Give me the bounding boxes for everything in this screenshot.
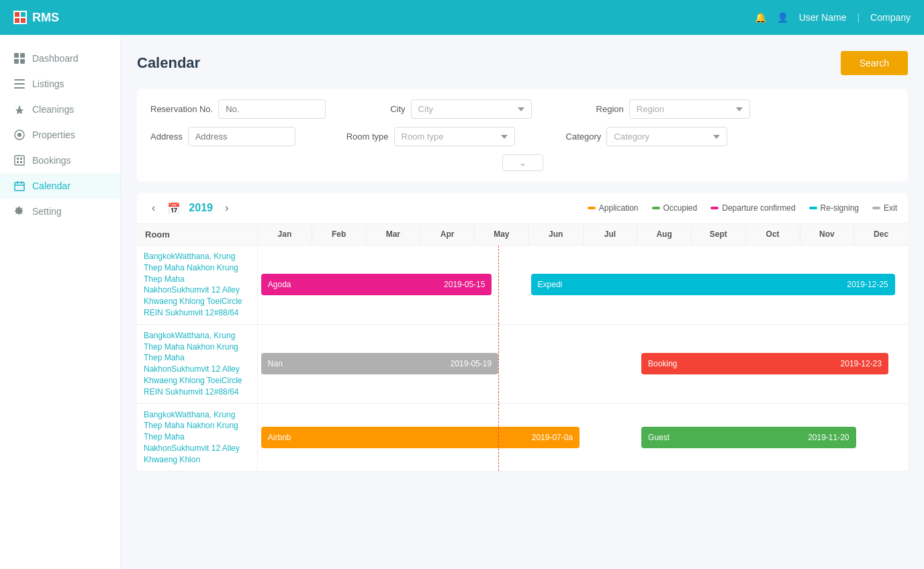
svg-rect-12 (20, 158, 22, 160)
table-row: BangkokWatthana, Krung Thep Maha Nakhon … (137, 404, 908, 472)
svg-rect-3 (20, 59, 25, 64)
brand-icon (13, 11, 27, 24)
legend-dot-resigning (809, 207, 817, 209)
city-select[interactable]: City (411, 99, 532, 119)
sidebar-item-cleanings[interactable]: Cleanings (0, 97, 120, 122)
legend-label-occupied: Occupied (663, 203, 698, 213)
prev-year-button[interactable]: ‹ (148, 201, 159, 215)
svg-rect-13 (20, 161, 22, 163)
room-type-select[interactable]: Room type (394, 127, 515, 146)
region-select[interactable]: Region (629, 99, 750, 119)
filter-city: City City (390, 99, 531, 119)
legend-dot-occupied (652, 207, 660, 209)
room-cell-3: BangkokWatthana, Krung Thep Maha Nakhon … (137, 404, 258, 471)
filter-address: Address (150, 127, 295, 146)
sidebar-item-properties[interactable]: Properties (0, 122, 120, 148)
sidebar-item-listings[interactable]: Listings (0, 71, 120, 97)
brand: RMS (13, 11, 59, 25)
booking-label-expedi: Expedi (538, 280, 563, 289)
sidebar-label-properties: Properties (32, 130, 75, 140)
sidebar-label-calendar: Calendar (32, 180, 71, 191)
sidebar-item-dashboard[interactable]: Dashboard (0, 46, 120, 71)
legend-occupied: Occupied (652, 203, 698, 213)
properties-icon (13, 129, 26, 141)
timeline-header: Room Jan Feb Mar Apr May Jun Jul Aug Sep… (137, 224, 908, 246)
month-jun: Jun (529, 224, 584, 245)
table-row: BangkokWatthana, Krung Thep Maha Nakhon … (137, 246, 908, 325)
month-sep: Sept (692, 224, 746, 245)
booking-bar-airbnb[interactable]: Airbnb 2019-07-0a (261, 427, 580, 448)
legend-departure: Departure confirmed (710, 203, 795, 213)
filter-category: Category Category (566, 127, 728, 146)
category-select[interactable]: Category (606, 127, 727, 146)
sidebar-item-calendar[interactable]: Calendar (0, 173, 120, 199)
legend: Application Occupied Departure confirmed… (588, 203, 897, 213)
sidebar-label-listings: Listings (32, 79, 64, 89)
month-aug: Aug (637, 224, 692, 245)
app-layout: Dashboard Listings Cleanings Properties (0, 35, 924, 569)
year-nav: ‹ 📅 2019 › Application Occupied Dep (137, 193, 908, 224)
main-content: Calendar Search Reservation No. City Cit… (121, 35, 924, 569)
room-type-label: Room type (346, 132, 389, 142)
month-nov: Nov (800, 224, 855, 245)
room-cell-1: BangkokWatthana, Krung Thep Maha Nakhon … (137, 246, 258, 324)
month-apr: Apr (420, 224, 475, 245)
booking-date-airbnb: 2019-07-0a (532, 433, 573, 442)
month-mar: Mar (367, 224, 421, 245)
sidebar-item-setting[interactable]: Setting (0, 199, 120, 224)
bookings-icon (13, 154, 26, 166)
notification-icon[interactable]: 🔔 (755, 12, 766, 23)
reservation-input[interactable] (218, 99, 326, 119)
booking-bar-booking[interactable]: Booking 2019-12-23 (641, 353, 888, 374)
setting-icon (13, 205, 26, 217)
filter-room-type: Room type Room type (346, 127, 515, 146)
booking-bar-guest[interactable]: Guest 2019-11-20 (641, 427, 856, 448)
dashboard-icon (13, 52, 26, 64)
address-input[interactable] (188, 127, 295, 146)
svg-rect-10 (17, 158, 19, 160)
booking-label-guest: Guest (648, 433, 669, 442)
page-title: Calendar (137, 54, 200, 72)
room-name-2[interactable]: BangkokWatthana, Krung Thep Maha Nakhon … (144, 330, 250, 398)
timeline-data-row-1: Agoda 2019-05-15 Expedi 2019-12-25 (258, 246, 908, 324)
username[interactable]: User Name (799, 12, 847, 23)
sidebar-label-setting: Setting (32, 206, 62, 217)
collapse-button[interactable]: ⌄ (502, 154, 543, 171)
booking-label-booking: Booking (648, 359, 677, 368)
address-label: Address (150, 132, 183, 142)
legend-exit: Exit (872, 203, 897, 213)
svg-rect-4 (14, 79, 25, 81)
city-label: City (390, 104, 405, 114)
legend-label-departure: Departure confirmed (722, 203, 795, 213)
month-jan: Jan (258, 224, 312, 245)
table-row: BangkokWatthana, Krung Thep Maha Nakhon … (137, 325, 908, 404)
booking-bar-agoda[interactable]: Agoda 2019-05-15 (261, 274, 492, 295)
today-line-3 (498, 404, 499, 471)
company-name[interactable]: Company (870, 12, 911, 23)
svg-rect-11 (17, 161, 19, 163)
navbar: RMS 🔔 👤 User Name | Company (0, 0, 924, 35)
cleanings-icon (13, 103, 26, 115)
search-button[interactable]: Search (841, 51, 908, 75)
today-line (498, 246, 499, 324)
svg-rect-6 (14, 87, 25, 89)
booking-bar-expedi[interactable]: Expedi 2019-12-25 (531, 274, 895, 295)
user-icon: 👤 (777, 12, 788, 23)
next-year-button[interactable]: › (221, 201, 232, 215)
booking-bar-nan[interactable]: Nan 2019-05-19 (261, 353, 498, 374)
room-name-3[interactable]: BangkokWatthana, Krung Thep Maha Nakhon … (144, 409, 250, 466)
legend-label-application: Application (599, 203, 639, 213)
svg-point-8 (17, 133, 21, 137)
filter-form: Reservation No. City City Region Region (137, 89, 908, 182)
filter-collapse: ⌄ (150, 154, 894, 171)
sidebar-item-bookings[interactable]: Bookings (0, 148, 120, 173)
today-line-2 (498, 325, 499, 403)
month-may: May (475, 224, 529, 245)
svg-rect-1 (20, 53, 25, 58)
sidebar-label-dashboard: Dashboard (32, 53, 79, 64)
booking-label-airbnb: Airbnb (268, 433, 291, 442)
legend-label-exit: Exit (884, 203, 897, 213)
room-name-1[interactable]: BangkokWatthana, Krung Thep Maha Nakhon … (144, 251, 250, 319)
timeline-data-row-2: Nan 2019-05-19 Booking 2019-12-23 (258, 325, 908, 403)
category-label: Category (566, 132, 602, 142)
